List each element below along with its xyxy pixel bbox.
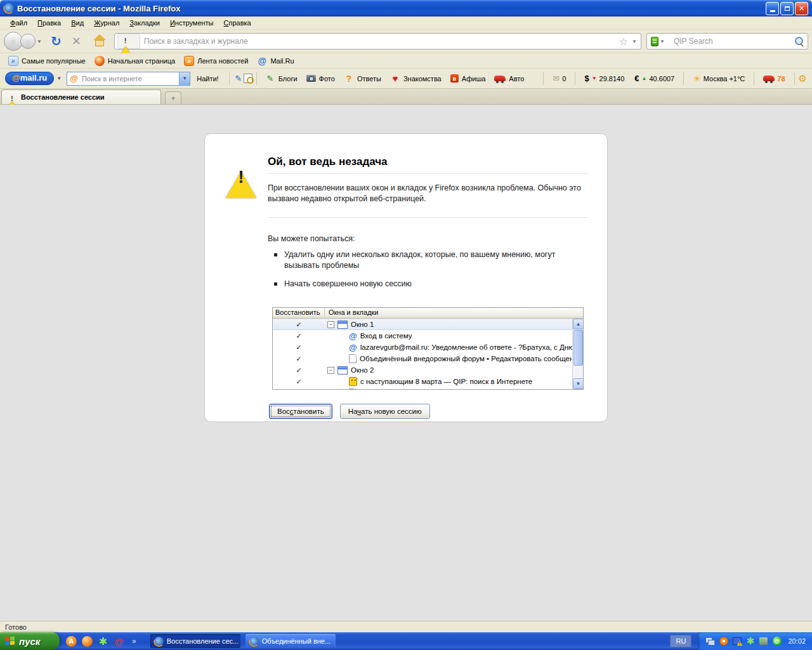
- search-input[interactable]: QIP Search: [674, 37, 795, 46]
- tree-row[interactable]: ✓с наступающим 8 марта — QIP: поиск в Ин…: [273, 376, 572, 387]
- restore-session-button[interactable]: Восстановить: [269, 404, 332, 419]
- mailru-search-dropdown-icon[interactable]: ▼: [179, 72, 190, 85]
- column-windows-tabs[interactable]: Окна и вкладки: [325, 308, 583, 318]
- mailru-link[interactable]: Фото: [302, 74, 339, 84]
- address-bar[interactable]: ! Поиск в закладках и журнале ☆ ▼: [114, 33, 641, 50]
- mailru-link[interactable]: в Афиша: [446, 74, 490, 84]
- mailru-search-input[interactable]: Поиск в интернете: [82, 75, 179, 83]
- quicklaunch-mailru-agent-icon[interactable]: @: [114, 636, 124, 647]
- session-tree[interactable]: Восстановить Окна и вкладки ✓−Окно 1✓@Вх…: [272, 307, 584, 390]
- tree-row[interactable]: ✓−Окно 1: [273, 319, 572, 330]
- menu-item[interactable]: Файл: [5, 18, 32, 28]
- restore-checkbox[interactable]: ✓: [273, 355, 325, 363]
- eur-rate[interactable]: €▲ 40.6007: [629, 74, 679, 83]
- answers-icon: ?: [344, 74, 354, 84]
- mailru-link[interactable]: ♥ Знакомства: [386, 74, 446, 84]
- new-tab-button[interactable]: +: [165, 91, 181, 104]
- warning-icon: !: [226, 161, 256, 172]
- restore-checkbox[interactable]: ✓: [273, 366, 325, 375]
- page-search-icon[interactable]: [244, 74, 252, 83]
- menu-item[interactable]: Вид: [66, 18, 89, 28]
- start-button[interactable]: пуск: [0, 632, 60, 650]
- firefox-icon: [4, 3, 14, 13]
- tab-bar: ! Восстановление сессии +: [0, 89, 812, 105]
- car-icon: [763, 76, 775, 81]
- mailru-find-button[interactable]: Найти!: [197, 75, 218, 83]
- search-bar[interactable]: ▼ QIP Search: [646, 33, 808, 50]
- window-icon: [337, 366, 348, 375]
- qip-engine-icon[interactable]: [651, 37, 658, 46]
- restore-checkbox[interactable]: ✓: [273, 378, 325, 386]
- forward-button[interactable]: ›: [20, 34, 36, 49]
- menu-item[interactable]: Закладки: [124, 18, 165, 28]
- usd-rate[interactable]: $▼ 29.8140: [579, 74, 629, 83]
- menu-item[interactable]: Инструменты: [165, 18, 219, 28]
- restore-button[interactable]: [780, 2, 794, 15]
- site-identity-box[interactable]: !: [117, 34, 140, 49]
- bookmark-item[interactable]: @ Mail.Ru: [252, 55, 298, 67]
- mailru-logo[interactable]: @mail.ru: [5, 72, 54, 85]
- restore-checkbox[interactable]: ✓: [273, 321, 325, 329]
- collapse-icon[interactable]: −: [327, 367, 334, 374]
- quicklaunch-browser-icon[interactable]: A: [66, 636, 77, 647]
- scroll-thumb[interactable]: [573, 330, 583, 366]
- popular-icon: ⌕: [8, 56, 18, 66]
- tab-session-restore[interactable]: ! Восстановление сессии: [1, 90, 161, 104]
- address-input[interactable]: Поиск в закладках и журнале: [144, 37, 619, 46]
- quicklaunch-overflow-icon[interactable]: »: [132, 637, 136, 646]
- search-go-icon[interactable]: [795, 37, 804, 46]
- home-icon[interactable]: [93, 36, 107, 47]
- mail-counter[interactable]: ✉ 0: [547, 74, 571, 83]
- quicklaunch-firefox-icon[interactable]: [82, 636, 93, 647]
- weather-widget[interactable]: ☀ Москва +1°C: [688, 74, 750, 84]
- column-restore[interactable]: Восстановить: [273, 308, 325, 318]
- traffic-widget[interactable]: 78: [758, 75, 790, 83]
- qip-tray-icon[interactable]: ✱: [745, 637, 755, 646]
- compose-icon[interactable]: ✎: [233, 74, 244, 84]
- menu-item[interactable]: Справка: [219, 18, 256, 28]
- quicklaunch-qip-icon[interactable]: ✱: [98, 636, 108, 647]
- bookmark-item[interactable]: » Лента новостей: [180, 55, 252, 67]
- collapse-icon[interactable]: −: [327, 321, 334, 328]
- scroll-down-icon[interactable]: ▼: [573, 378, 584, 389]
- tree-row[interactable]: ✓−Окно 2: [273, 364, 572, 376]
- language-indicator[interactable]: RU: [670, 635, 691, 647]
- tree-row[interactable]: ✓@Вход в систему: [273, 330, 572, 342]
- mailru-link[interactable]: Авто: [490, 74, 528, 84]
- stop-icon[interactable]: ✕: [72, 34, 81, 48]
- mailru-link[interactable]: ? Ответы: [339, 74, 386, 84]
- tree-row[interactable]: ✓Объединённый внедорожный форум • Редакт…: [273, 353, 572, 364]
- menu-item[interactable]: Правка: [32, 18, 66, 28]
- history-dropdown-icon[interactable]: ▼: [37, 39, 42, 44]
- device-tray-icon[interactable]: [759, 637, 768, 645]
- tree-scrollbar[interactable]: ▲ ▼: [572, 319, 583, 389]
- mailru-link[interactable]: ✎ Блоги: [261, 74, 302, 84]
- urlbar-dropdown-icon[interactable]: ▼: [632, 39, 637, 44]
- minimize-button[interactable]: [766, 2, 779, 15]
- menu-item[interactable]: Журнал: [89, 18, 124, 28]
- engine-dropdown-icon[interactable]: ▼: [660, 39, 665, 44]
- window-titlebar[interactable]: Восстановление сессии - Mozilla Firefox …: [0, 0, 812, 17]
- taskbar-window-session-restore[interactable]: Восстановление сес...: [150, 634, 240, 648]
- bookmark-item[interactable]: Начальная страница: [90, 55, 180, 67]
- taskbar-window-forum[interactable]: Объединённый вне...: [246, 634, 336, 648]
- gear-icon[interactable]: ⚙: [799, 73, 807, 84]
- antivirus-tray-icon[interactable]: [719, 637, 728, 646]
- network-tray-icon[interactable]: [705, 637, 715, 646]
- mailru-search-combo[interactable]: @ Поиск в интернете ▼: [67, 72, 190, 86]
- bookmark-item[interactable]: ⌕ Самые популярные: [4, 55, 90, 67]
- restore-checkbox[interactable]: ✓: [273, 343, 325, 352]
- close-button[interactable]: ✕: [795, 2, 808, 15]
- tree-row[interactable]: ✓@lazarevgurb@mail.ru: Уведомление об от…: [273, 342, 572, 353]
- photo-icon: [306, 75, 316, 82]
- tree-row[interactable]: [273, 387, 572, 389]
- reload-icon[interactable]: ↻: [51, 34, 62, 49]
- scroll-up-icon[interactable]: ▲: [573, 319, 584, 329]
- bookmark-star-icon[interactable]: ☆: [619, 36, 628, 48]
- tray-clock[interactable]: 20:02: [788, 637, 806, 645]
- new-session-button[interactable]: Начать новую сессию: [340, 404, 430, 419]
- restore-checkbox[interactable]: ✓: [273, 332, 325, 340]
- mailru-logo-dropdown-icon[interactable]: ▼: [56, 76, 62, 81]
- monitor-alert-tray-icon[interactable]: [733, 637, 742, 645]
- mailru-agent-tray-icon[interactable]: @: [773, 637, 782, 646]
